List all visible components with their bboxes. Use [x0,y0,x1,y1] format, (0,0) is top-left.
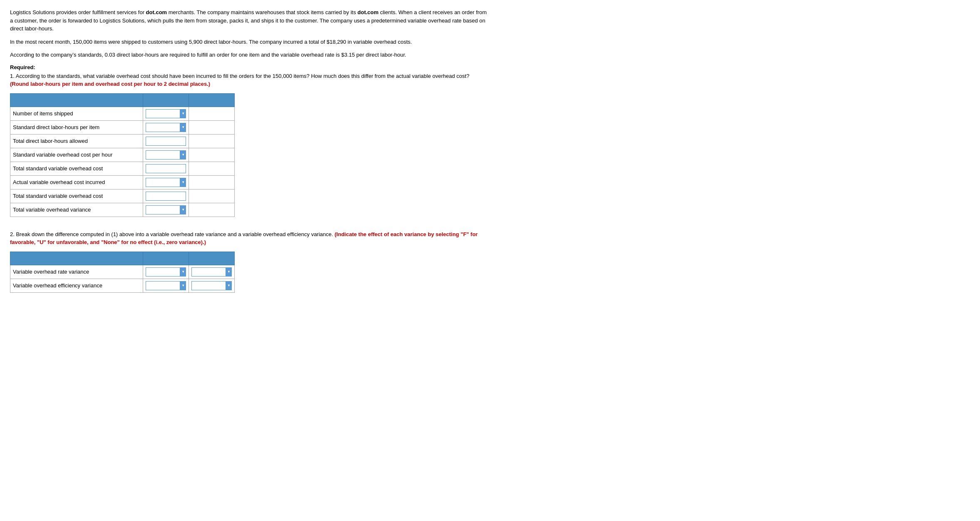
table-row: Standard variable overhead cost per hour [10,148,235,162]
t2-row1-select[interactable] [191,267,226,277]
table-2: Variable overhead rate variance Variable… [10,252,235,293]
row8-dropdown-arrow[interactable] [180,205,186,214]
row7-input[interactable] [146,192,186,201]
row6-third-cell [189,175,235,189]
t2-row2-input-wrapper [146,281,186,290]
row8-input-cell [143,203,189,217]
row2-dropdown-arrow[interactable] [180,123,186,132]
row7-input-wrapper [146,192,186,201]
p2-text: In the most recent month, 150,000 items … [10,39,412,45]
t2-row1-label: Variable overhead rate variance [10,265,143,279]
row3-input-cell [143,134,189,148]
row4-third-cell [189,148,235,162]
table-row: Variable overhead rate variance [10,265,235,279]
row2-input-wrapper [146,123,186,132]
row5-input[interactable] [146,164,186,173]
table2-header-col2 [143,252,189,265]
p1-dotcom-2: dot.com [357,9,379,15]
table-row: Standard direct labor-hours per item [10,120,235,134]
t2-row2-dropdown-arrow[interactable] [180,281,186,290]
table1-header-row [10,93,235,107]
table2-header-col3 [189,252,235,265]
row5-third-cell [189,162,235,175]
question-2-text: 2. Break down the difference computed in… [10,230,489,247]
t2-row1-select-arrow[interactable] [226,267,232,277]
row6-dropdown-arrow[interactable] [180,178,186,187]
table-row: Total direct labor-hours allowed [10,134,235,148]
row7-label: Total standard variable overhead cost [10,189,143,203]
p3-text: According to the company’s standards, 0.… [10,52,406,58]
q1-text-start: 1. According to the standards, what vari… [10,73,469,79]
t2-row1-input[interactable] [146,267,180,277]
table2-header-col1 [10,252,143,265]
t2-row1-select-wrapper [191,267,232,277]
table1-header-col1 [10,93,143,107]
q2-text-start: 2. Break down the difference computed in… [10,231,335,237]
row2-input[interactable] [146,123,180,132]
row4-dropdown-arrow[interactable] [180,150,186,160]
row4-input-wrapper [146,150,186,160]
row8-third-cell [189,203,235,217]
row2-third-cell [189,120,235,134]
table2-header-row [10,252,235,265]
row1-label: Number of items shipped [10,107,143,120]
p1-text-start: Logistics Solutions provides order fulfi… [10,9,146,15]
t2-row2-input[interactable] [146,281,180,290]
row3-input-wrapper [146,137,186,146]
row4-input-cell [143,148,189,162]
table-row: Actual variable overhead cost incurred [10,175,235,189]
paragraph-1: Logistics Solutions provides order fulfi… [10,8,489,33]
p1-text-mid: merchants. The company maintains warehou… [167,9,357,15]
t2-row2-select-arrow[interactable] [226,281,232,290]
table-row: Total standard variable overhead cost [10,162,235,175]
t2-row2-input-cell [143,279,189,292]
row5-label: Total standard variable overhead cost [10,162,143,175]
t2-row1-input-wrapper [146,267,186,277]
t2-row1-dropdown-arrow[interactable] [180,267,186,277]
row7-third-cell [189,189,235,203]
row1-input[interactable] [146,109,180,118]
paragraph-3: According to the company’s standards, 0.… [10,51,489,59]
row6-input[interactable] [146,178,180,187]
row7-input-cell [143,189,189,203]
table-row: Total standard variable overhead cost [10,189,235,203]
p1-dotcom-1: dot.com [146,9,167,15]
t2-row2-label: Variable overhead efficiency variance [10,279,143,292]
row3-third-cell [189,134,235,148]
row6-label: Actual variable overhead cost incurred [10,175,143,189]
table-row: Number of items shipped [10,107,235,120]
row2-input-cell [143,120,189,134]
row6-input-cell [143,175,189,189]
t2-row1-input-cell [143,265,189,279]
row6-input-wrapper [146,178,186,187]
paragraph-2: In the most recent month, 150,000 items … [10,38,489,46]
question-1-text: 1. According to the standards, what vari… [10,72,489,88]
row5-input-wrapper [146,164,186,173]
table-row: Total variable overhead variance [10,203,235,217]
row1-input-cell [143,107,189,120]
t2-row2-select[interactable] [191,281,226,290]
row8-input[interactable] [146,205,180,214]
t2-row2-select-cell [189,279,235,292]
table1-header-col2 [143,93,189,107]
row5-input-cell [143,162,189,175]
required-label: Required: [10,64,489,70]
row1-third-cell [189,107,235,120]
row3-input[interactable] [146,137,186,146]
row4-input[interactable] [146,150,180,160]
row8-input-wrapper [146,205,186,214]
row2-label: Standard direct labor-hours per item [10,120,143,134]
row4-label: Standard variable overhead cost per hour [10,148,143,162]
row8-label: Total variable overhead variance [10,203,143,217]
table-1: Number of items shipped Standard direct … [10,93,235,217]
row1-input-wrapper [146,109,186,118]
row1-dropdown-arrow[interactable] [180,109,186,118]
table-row: Variable overhead efficiency variance [10,279,235,292]
q1-text-red: (Round labor-hours per item and overhead… [10,81,210,87]
t2-row1-select-cell [189,265,235,279]
row3-label: Total direct labor-hours allowed [10,134,143,148]
t2-row2-select-wrapper [191,281,232,290]
table1-header-col3 [189,93,235,107]
